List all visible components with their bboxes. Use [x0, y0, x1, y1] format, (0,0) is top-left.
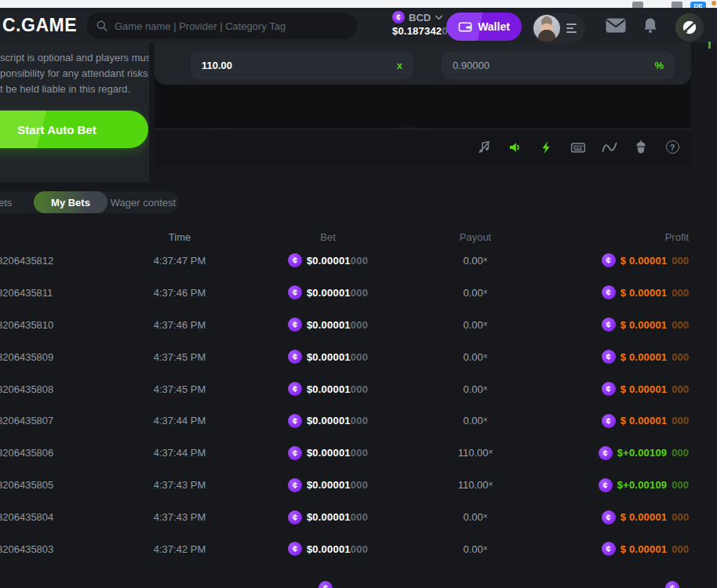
messages-button[interactable] [599, 8, 633, 43]
table-header-row: Time Bet Payout Profit [0, 229, 717, 245]
bet-amount-cell: ¢ [272, 581, 384, 588]
profit-cell: ¢ $ 0.00001000 [567, 510, 689, 524]
payout-cell: 0.00× [384, 383, 567, 395]
search-input[interactable] [115, 20, 348, 32]
col-header-bet: Bet [272, 231, 384, 243]
user-avatar[interactable] [533, 15, 560, 42]
search-bar[interactable] [86, 13, 357, 39]
coin-icon: ¢ [288, 285, 302, 299]
currency-code: BCD [409, 12, 431, 24]
wallet-icon [458, 20, 472, 33]
menu-icon [566, 24, 577, 33]
table-row[interactable]: 8206435807 4:37:44 PM ¢ $0.00001000 0.00… [0, 405, 717, 437]
table-row[interactable]: 8206435804 4:37:43 PM ¢ $0.00001000 0.00… [0, 501, 717, 533]
bet-time: 4:37:42 PM [87, 543, 272, 555]
bet-amount-cell: ¢ $0.00001000 [272, 510, 384, 524]
coin-icon: ¢ [599, 446, 613, 460]
tab-my-bets[interactable]: My Bets [34, 191, 107, 213]
chat-button[interactable] [675, 13, 704, 42]
table-row[interactable]: 8206435803 4:37:42 PM ¢ $0.00001000 0.00… [0, 533, 717, 565]
multiplier-sign: × [483, 352, 488, 361]
hotkeys-keyboard-icon[interactable] [562, 129, 594, 165]
browser-extension-icon[interactable] [672, 2, 682, 8]
help-icon[interactable]: ? [657, 129, 688, 165]
bet-id: 8206435809 [0, 351, 87, 363]
bet-time: 4:37:44 PM [87, 447, 272, 459]
multiplier-sign: × [483, 256, 488, 264]
table-row[interactable]: 8206435805 4:37:43 PM ¢ $0.00001000 110.… [0, 469, 717, 501]
chat-icon [681, 19, 698, 36]
table-row[interactable]: ¢ ¢ [0, 572, 717, 588]
notifications-button[interactable] [633, 8, 668, 43]
coin-icon: ¢ [288, 350, 302, 364]
start-auto-bet-button[interactable]: Start Auto Bet [0, 111, 148, 148]
profit-cell: ¢ $ 0.00001000 [567, 350, 689, 364]
tab-wager-contest[interactable]: Wager contest [107, 197, 179, 209]
profit-cell: ¢ $ 0.00001000 [567, 414, 689, 428]
translate-extension-badge[interactable]: DE [690, 2, 706, 8]
bet-time: 4:37:46 PM [87, 287, 272, 299]
coin-icon: ¢ [288, 253, 302, 267]
bet-time: 4:37:47 PM [87, 255, 272, 267]
bell-icon [642, 17, 658, 34]
coin-icon: ¢ [602, 285, 616, 299]
col-header-profit: Profit [567, 231, 689, 243]
coin-icon: ¢ [602, 382, 616, 396]
bet-time: 4:37:43 PM [87, 511, 272, 523]
browser-extension-icon[interactable] [632, 2, 643, 8]
table-row[interactable]: 8206435809 4:37:45 PM ¢ $0.00001000 0.00… [0, 341, 717, 373]
coin-icon: ¢ [602, 253, 616, 267]
win-chance-field[interactable]: % [442, 52, 675, 79]
coin-icon: ¢ [602, 318, 616, 332]
payout-cell: 0.00× [384, 415, 567, 426]
balance-selector[interactable]: ¢ BCD $0.18734200 [392, 11, 453, 37]
bet-id: 8206435807 [0, 415, 87, 426]
col-header-time: Time [87, 231, 272, 243]
bet-id: 8206435808 [0, 383, 87, 395]
site-logo[interactable]: C.GAME [2, 15, 77, 36]
tab-all-bets[interactable]: ets [0, 197, 12, 209]
live-stats-wave-icon[interactable] [594, 129, 625, 165]
table-row[interactable]: 8206435806 4:37:44 PM ¢ $0.00001000 110.… [0, 437, 717, 469]
seed-icon[interactable] [625, 129, 657, 165]
payout-cell: 0.00× [384, 255, 567, 267]
coin-icon: ¢ [288, 446, 302, 460]
payout-field[interactable]: x [191, 52, 413, 79]
chevron-down-icon [435, 15, 443, 20]
payout-input[interactable] [202, 60, 397, 71]
coin-icon: ¢ [602, 510, 616, 524]
mail-icon [606, 18, 626, 33]
multiplier-sign: × [483, 544, 488, 553]
bet-id: 8206435803 [0, 543, 87, 555]
bet-amount-cell: ¢ $0.00001000 [272, 350, 384, 364]
bet-amount-cell: ¢ $0.00001000 [272, 446, 384, 460]
bet-time: 4:37:44 PM [87, 415, 272, 426]
profit-cell: ¢ $ 0.00001000 [567, 253, 689, 267]
table-row[interactable]: 8206435808 4:37:45 PM ¢ $0.00001000 0.00… [0, 373, 717, 405]
table-row[interactable]: 8206435810 4:37:46 PM ¢ $0.00001000 0.00… [0, 309, 717, 341]
wallet-button[interactable]: Wallet [446, 13, 522, 41]
turbo-bolt-icon[interactable] [531, 129, 562, 165]
my-bets-table: Time Bet Payout Profit 8206435812 4:37:4… [0, 229, 717, 588]
table-row[interactable]: 8206435812 4:37:47 PM ¢ $0.00001000 0.00… [0, 245, 717, 277]
payout-cell: 0.00× [384, 543, 567, 555]
bet-time: 4:37:46 PM [87, 319, 272, 331]
win-chance-input[interactable] [453, 60, 654, 71]
bet-amount-cell: ¢ $0.00001000 [272, 542, 384, 556]
user-menu[interactable] [532, 13, 585, 43]
table-row[interactable]: 8206435811 4:37:46 PM ¢ $0.00001000 0.00… [0, 277, 717, 309]
profit-cell: ¢ $ 0.00001000 [567, 542, 689, 556]
music-off-icon[interactable] [468, 129, 500, 165]
col-header-payout: Payout [384, 231, 567, 243]
browser-profile-dot [712, 1, 716, 5]
coin-icon: ¢ [602, 414, 616, 428]
chart-edge-decor [708, 42, 711, 49]
coin-icon: ¢ [602, 542, 616, 556]
sound-icon[interactable] [500, 129, 531, 165]
bet-amount-cell: ¢ $0.00001000 [272, 414, 384, 428]
bet-inputs-panel: x % [155, 43, 691, 85]
profit-cell: ¢ $ 0.00001000 [567, 318, 689, 332]
bet-time: 4:37:43 PM [87, 479, 272, 491]
top-nav-bar: C.GAME ¢ BCD $0.18734200 Wallet [0, 8, 717, 43]
payout-cell: 110.00× [384, 447, 567, 459]
